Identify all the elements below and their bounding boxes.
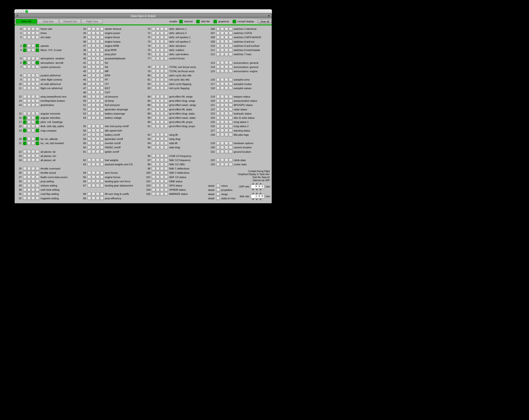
row-98-graphical-checkbox[interactable]	[160, 163, 164, 166]
row-0-diskfile-checkbox[interactable]	[27, 27, 31, 31]
row-25-diskfile-checkbox[interactable]	[27, 167, 31, 171]
row-48-diskfile-checkbox[interactable]	[92, 91, 95, 94]
row-37-graphical-checkbox[interactable]	[96, 44, 99, 48]
row-86-internet-checkbox[interactable]	[152, 103, 155, 107]
row-43-diskfile-checkbox[interactable]	[92, 69, 95, 73]
row-62-graphical-checkbox[interactable]	[96, 158, 99, 162]
row-82-internet-checkbox[interactable]	[152, 82, 155, 86]
row-18-cockpit-checkbox[interactable]	[36, 125, 39, 128]
row-74-cockpit-checkbox[interactable]	[164, 44, 168, 48]
row-0-cockpit-checkbox[interactable]	[36, 27, 39, 31]
row-26-diskfile-checkbox[interactable]	[27, 171, 31, 175]
row-77-internet-checkbox[interactable]	[152, 57, 155, 60]
row-2-internet-checkbox[interactable]	[23, 36, 26, 39]
row-41-diskfile-checkbox[interactable]	[92, 61, 95, 65]
row-65-diskfile-checkbox[interactable]	[92, 175, 95, 179]
row-51-cockpit-checkbox[interactable]	[100, 103, 104, 107]
row-83-internet-checkbox[interactable]	[152, 86, 155, 90]
row-38-graphical-checkbox[interactable]	[96, 48, 99, 52]
row-29-cockpit-checkbox[interactable]	[36, 184, 39, 187]
row-33-internet-checkbox[interactable]	[88, 27, 91, 31]
row-18-diskfile-checkbox[interactable]	[27, 125, 31, 128]
row-88-cockpit-checkbox[interactable]	[164, 112, 168, 115]
row-85-diskfile-checkbox[interactable]	[156, 99, 159, 103]
row-79-diskfile-checkbox[interactable]	[156, 69, 159, 73]
row-82-graphical-checkbox[interactable]	[160, 82, 164, 86]
udp-rate-up-3[interactable]	[259, 183, 262, 184]
row-78-cockpit-checkbox[interactable]	[164, 65, 168, 69]
row-76-graphical-checkbox[interactable]	[160, 52, 164, 56]
row-15-diskfile-checkbox[interactable]	[27, 112, 31, 115]
row-100-graphical-checkbox[interactable]	[160, 171, 164, 175]
row-28-internet-checkbox[interactable]	[23, 180, 26, 183]
row-53-diskfile-checkbox[interactable]	[92, 112, 95, 115]
row-92-internet-checkbox[interactable]	[152, 133, 155, 136]
row-85-cockpit-checkbox[interactable]	[164, 99, 168, 103]
row-91-diskfile-checkbox[interactable]	[156, 125, 159, 128]
row-66-graphical-checkbox[interactable]	[96, 180, 99, 183]
row-57-cockpit-checkbox[interactable]	[100, 133, 104, 136]
row-56-graphical-checkbox[interactable]	[96, 129, 99, 132]
row-105-diskfile-checkbox[interactable]	[156, 192, 159, 196]
row-13-internet-checkbox[interactable]	[23, 99, 26, 103]
row-23-graphical-checkbox[interactable]	[31, 154, 35, 158]
row-78-internet-checkbox[interactable]	[152, 65, 155, 69]
row-97-internet-checkbox[interactable]	[152, 158, 155, 162]
row-77-cockpit-checkbox[interactable]	[164, 57, 168, 60]
row-117-graphical-checkbox[interactable]	[225, 82, 228, 86]
row-33-cockpit-checkbox[interactable]	[100, 27, 104, 31]
row-99-graphical-checkbox[interactable]	[160, 167, 164, 171]
row-57-graphical-checkbox[interactable]	[96, 133, 99, 136]
row-11-cockpit-checkbox[interactable]	[36, 86, 39, 90]
row-89-cockpit-checkbox[interactable]	[164, 116, 168, 120]
row-94-internet-checkbox[interactable]	[152, 142, 155, 145]
row-103-cockpit-checkbox[interactable]	[164, 184, 168, 187]
row-34-diskfile-checkbox[interactable]	[92, 31, 95, 35]
row-108-diskfile-checkbox[interactable]	[221, 36, 224, 39]
row-30-diskfile-checkbox[interactable]	[27, 188, 31, 192]
row-133-graphical-checkbox[interactable]	[225, 163, 228, 166]
row-10-diskfile-checkbox[interactable]	[27, 82, 31, 86]
row-66-cockpit-checkbox[interactable]	[100, 180, 104, 183]
row-95-graphical-checkbox[interactable]	[160, 146, 164, 149]
row-81-graphical-checkbox[interactable]	[160, 78, 164, 81]
row-131-cockpit-checkbox[interactable]	[229, 150, 232, 153]
row-53-cockpit-checkbox[interactable]	[100, 112, 104, 115]
row-32-cockpit-checkbox[interactable]	[36, 197, 39, 200]
traffic-min-icon[interactable]	[21, 10, 24, 13]
row-127-graphical-checkbox[interactable]	[225, 129, 228, 132]
row-93-diskfile-checkbox[interactable]	[156, 137, 159, 141]
row-131-graphical-checkbox[interactable]	[225, 150, 228, 153]
row-75-diskfile-checkbox[interactable]	[156, 48, 159, 52]
row-78-graphical-checkbox[interactable]	[160, 65, 164, 69]
row-28-diskfile-checkbox[interactable]	[27, 180, 31, 183]
row-133-cockpit-checkbox[interactable]	[229, 163, 232, 166]
row-22-cockpit-checkbox[interactable]	[36, 150, 39, 153]
udp-rate-up-2[interactable]	[256, 183, 258, 184]
row-50-internet-checkbox[interactable]	[88, 99, 91, 103]
row-102-diskfile-checkbox[interactable]	[156, 180, 159, 183]
row-80-diskfile-checkbox[interactable]	[156, 74, 159, 77]
row-72-diskfile-checkbox[interactable]	[156, 36, 159, 39]
row-133-internet-checkbox[interactable]	[216, 163, 220, 166]
row-89-internet-checkbox[interactable]	[152, 116, 155, 120]
row-98-internet-checkbox[interactable]	[152, 163, 155, 166]
row-62-cockpit-checkbox[interactable]	[100, 158, 104, 162]
row-41-graphical-checkbox[interactable]	[96, 61, 99, 65]
row-24-graphical-checkbox[interactable]	[31, 158, 35, 162]
row-31-internet-checkbox[interactable]	[23, 192, 26, 196]
row-105-cockpit-checkbox[interactable]	[164, 192, 168, 196]
row-15-cockpit-checkbox[interactable]	[36, 112, 39, 115]
row-76-cockpit-checkbox[interactable]	[164, 52, 168, 56]
row-106-diskfile-checkbox[interactable]	[221, 27, 224, 31]
row-102-internet-checkbox[interactable]	[152, 180, 155, 183]
row-90-graphical-checkbox[interactable]	[160, 120, 164, 124]
disk-rate-up-3[interactable]	[259, 193, 262, 194]
row-31-graphical-checkbox[interactable]	[31, 192, 35, 196]
row-62-diskfile-checkbox[interactable]	[92, 158, 95, 162]
row-70-diskfile-checkbox[interactable]	[156, 27, 159, 31]
udp-rate-dn-3[interactable]	[259, 189, 262, 191]
row-65-cockpit-checkbox[interactable]	[100, 175, 104, 179]
row-17-diskfile-checkbox[interactable]	[27, 120, 31, 124]
row-52-diskfile-checkbox[interactable]	[92, 107, 95, 111]
